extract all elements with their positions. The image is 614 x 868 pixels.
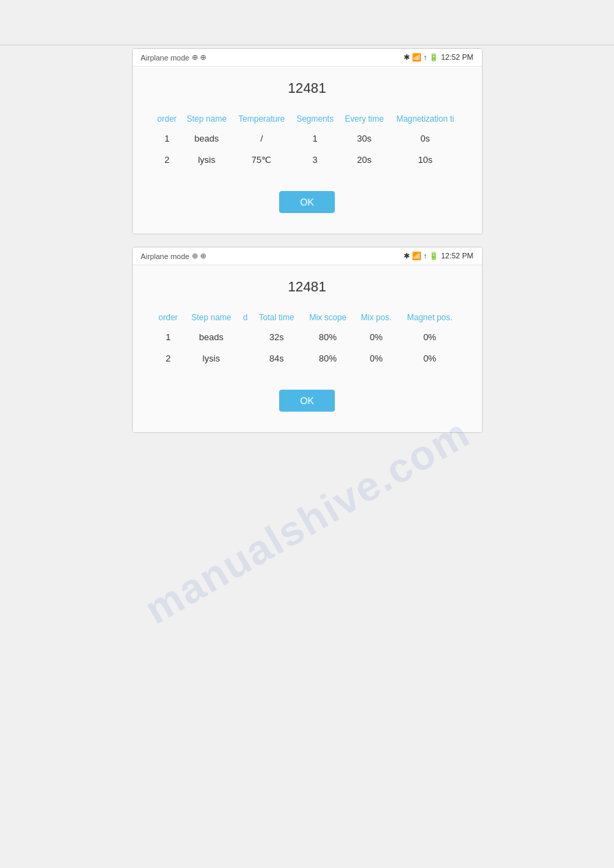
cell-stepname-1-2: lysis [181,149,232,170]
dialog-content-1: 12481 order Step name Temperature Segmen… [133,67,482,234]
dialog-title-2: 12481 [153,279,461,295]
header-row-1: order Step name Temperature Segments Eve… [153,110,461,128]
page-wrapper: Airplane mode ⊕ ⊕ ✱ 📶 ↑ 🔋 12:52 PM 12481… [0,0,614,868]
device-frame-2: Airplane mode ⊕ ⊕ ✱ 📶 ↑ 🔋 12:52 PM 12481… [132,247,483,433]
cell-mixpos-2-1: 0% [354,326,399,348]
cell-magnetpos-2-1: 0% [399,326,461,348]
cell-d-2-1 [239,326,252,348]
table-row: 1 beads 32s 80% 0% 0% [153,326,461,348]
header-row-2: order Step name d Total time Mix scope M… [153,309,461,326]
wifi-icon-2: ⊕ ⊕ [192,252,206,260]
cell-stepname-2-1: beads [184,326,239,348]
cell-order-1-2: 2 [153,149,182,170]
top-divider [0,45,614,45]
cell-mixscope-2-1: 80% [302,326,354,348]
device-frame-1: Airplane mode ⊕ ⊕ ✱ 📶 ↑ 🔋 12:52 PM 12481… [132,48,483,234]
watermark: manualshive.com [136,409,478,634]
col-d-2: d [239,309,252,326]
cell-magnetpos-2-2: 0% [399,348,461,369]
cell-totaltime-2-1: 32s [252,326,302,348]
cell-everytime-1-2: 20s [339,149,389,170]
status-icons-1: ✱ 📶 ↑ 🔋 12:52 PM [404,53,474,62]
col-order-2: order [153,309,184,326]
cell-order-2-1: 1 [153,326,184,348]
status-left-1: Airplane mode ⊕ ⊕ [141,53,207,62]
status-left-2: Airplane mode ⊕ ⊕ [141,252,207,260]
cell-stepname-2-2: lysis [184,348,239,369]
cell-order-2-2: 2 [153,348,184,369]
status-right-1: ✱ 📶 ↑ 🔋 12:52 PM [404,53,474,62]
cell-totaltime-2-2: 84s [252,348,302,369]
status-icons-2: ✱ 📶 ↑ 🔋 12:52 PM [404,252,474,260]
cell-magnetization-1-1: 0s [389,128,461,149]
col-every-time-1: Every time [339,110,389,128]
ok-button-wrapper-1: OK [153,191,461,213]
table-row: 1 beads / 1 30s 0s [153,128,461,149]
col-segments-1: Segments [291,110,339,128]
ok-button-1[interactable]: OK [279,191,334,213]
col-mix-scope-2: Mix scope [302,309,354,326]
col-step-name-2: Step name [184,309,239,326]
airplane-mode-label-2: Airplane mode [141,252,190,260]
dialog-title-1: 12481 [153,80,461,96]
table-row: 2 lysis 75℃ 3 20s 10s [153,149,461,170]
cell-order-1-1: 1 [153,128,182,149]
cell-everytime-1-1: 30s [339,128,389,149]
data-table-1: order Step name Temperature Segments Eve… [153,110,461,170]
col-total-time-2: Total time [252,309,302,326]
table-body-1: 1 beads / 1 30s 0s 2 lysis 75℃ 3 20s 10s [153,128,461,170]
status-right-2: ✱ 📶 ↑ 🔋 12:52 PM [404,252,474,260]
cell-d-2-2 [239,348,252,369]
cell-temp-1-1: / [232,128,291,149]
cell-segments-1-2: 3 [291,149,339,170]
cell-magnetization-1-2: 10s [389,149,461,170]
cell-stepname-1-1: beads [181,128,232,149]
col-magnetization-1: Magnetization ti [389,110,461,128]
data-table-2: order Step name d Total time Mix scope M… [153,309,461,369]
col-temperature-1: Temperature [232,110,291,128]
status-bar-2: Airplane mode ⊕ ⊕ ✱ 📶 ↑ 🔋 12:52 PM [133,247,482,265]
ok-button-2[interactable]: OK [279,390,334,412]
cell-segments-1-1: 1 [291,128,339,149]
table-row: 2 lysis 84s 80% 0% 0% [153,348,461,369]
status-bar-1: Airplane mode ⊕ ⊕ ✱ 📶 ↑ 🔋 12:52 PM [133,49,482,67]
cell-temp-1-2: 75℃ [232,149,291,170]
table-header-2: order Step name d Total time Mix scope M… [153,309,461,326]
col-step-name-1: Step name [181,110,232,128]
wifi-icon-1: ⊕ ⊕ [192,53,206,62]
cell-mixscope-2-2: 80% [302,348,354,369]
col-mix-pos-2: Mix pos. [354,309,399,326]
table-header-1: order Step name Temperature Segments Eve… [153,110,461,128]
ok-button-wrapper-2: OK [153,390,461,412]
cell-mixpos-2-2: 0% [354,348,399,369]
table-body-2: 1 beads 32s 80% 0% 0% 2 lysis 84s 80% [153,326,461,369]
airplane-mode-label-1: Airplane mode [141,54,190,62]
dialog-content-2: 12481 order Step name d Total time Mix s… [133,265,482,432]
col-magnet-pos-2: Magnet pos. [399,309,461,326]
col-order-1: order [153,110,182,128]
